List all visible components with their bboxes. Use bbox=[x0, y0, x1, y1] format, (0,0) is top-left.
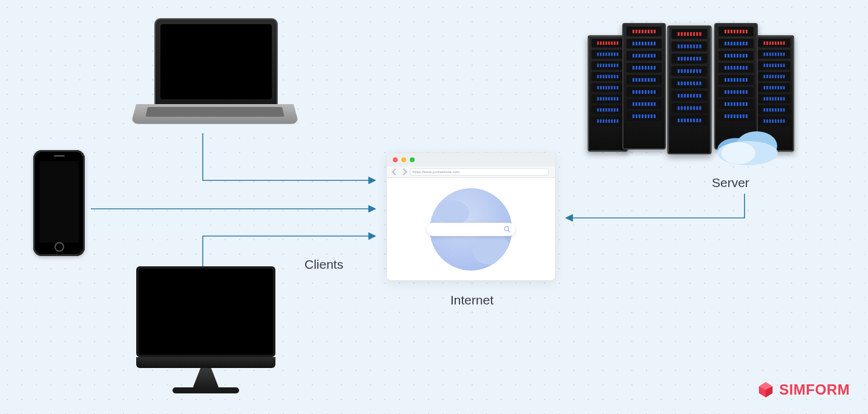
simform-wordmark: SIMFORM bbox=[779, 381, 850, 398]
server-rack-icon bbox=[622, 23, 666, 150]
svg-point-5 bbox=[722, 142, 755, 164]
arrow-monitor-to-internet bbox=[203, 236, 375, 266]
cloud-icon bbox=[705, 117, 790, 165]
arrow-laptop-to-internet bbox=[203, 133, 375, 180]
simform-logo-mark bbox=[757, 381, 774, 398]
arrow-server-to-internet bbox=[566, 194, 745, 218]
simform-logo: SIMFORM bbox=[757, 381, 850, 398]
